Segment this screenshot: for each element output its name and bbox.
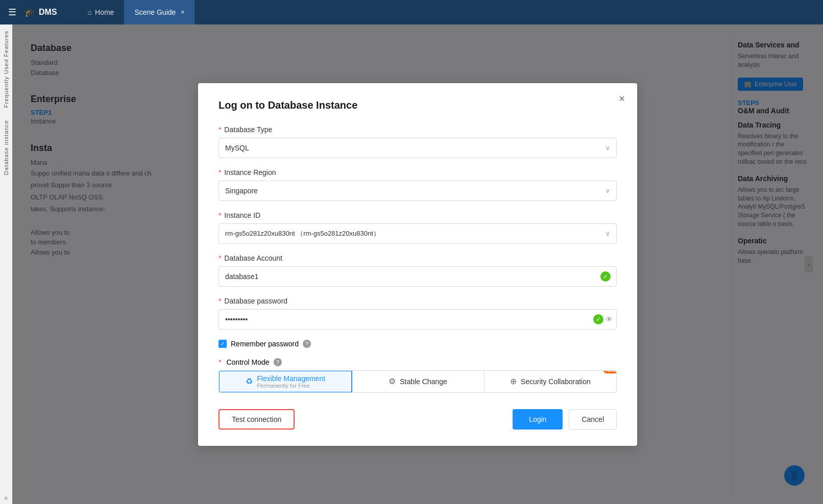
tab-scene-guide[interactable]: Scene Guide × — [124, 0, 195, 24]
flexible-sublabel: Permanently for Free — [257, 383, 309, 389]
test-connection-button[interactable]: Test connection — [219, 409, 295, 430]
cancel-button[interactable]: Cancel — [569, 409, 617, 430]
modal-footer: Test connection Login Cancel — [219, 409, 617, 430]
database-password-label: * Database password — [219, 297, 617, 305]
control-option-security[interactable]: ⊕ Security Collaboration New — [485, 371, 616, 392]
required-star-4: * — [219, 254, 221, 262]
chevron-down-icon-3: ∨ — [606, 230, 610, 237]
database-account-group: * Database Account ✓ — [219, 254, 617, 287]
stable-icon: ⚙ — [389, 376, 396, 386]
remember-password-row: ✓ Remember password ? — [219, 340, 617, 348]
top-navigation: ☰ 🎓 DMS ⌂ Home Scene Guide × — [0, 0, 823, 24]
account-success-icon: ✓ — [600, 271, 611, 282]
menu-icon[interactable]: ☰ — [8, 7, 16, 18]
instance-region-label: * Instance Region — [219, 168, 617, 177]
control-option-stable[interactable]: ⚙ Stable Change — [352, 371, 484, 392]
instance-id-group: * Instance ID rm-gs5o281z20xu830nt （rm-g… — [219, 211, 617, 244]
instance-region-group: * Instance Region Singapore ∨ — [219, 168, 617, 201]
modal-title: Log on to Database Instance — [219, 99, 617, 111]
required-star-1: * — [219, 125, 221, 134]
database-account-input[interactable] — [219, 266, 617, 287]
database-password-input[interactable] — [219, 309, 617, 330]
flexible-icon: ♻ — [246, 376, 253, 386]
sidebar-text-1: Frequently Used Features — [3, 24, 9, 114]
tab-home[interactable]: ⌂ Home — [78, 0, 125, 24]
modal-overlay: Log on to Database Instance × * Database… — [12, 24, 823, 504]
sidebar-text-2: Database instance — [3, 114, 9, 181]
database-type-label: * Database Type — [219, 125, 617, 134]
page-content: Database Standard Database Enterprise ST… — [12, 24, 823, 504]
database-account-label: * Database Account — [219, 254, 617, 262]
main-area: Frequently Used Features Database instan… — [0, 24, 823, 504]
tab-close-icon[interactable]: × — [181, 9, 184, 16]
sidebar-expand-icon[interactable]: ≡ — [0, 492, 12, 504]
instance-region-select[interactable]: Singapore ∨ — [219, 181, 617, 201]
instance-id-label: * Instance ID — [219, 211, 617, 219]
remember-help-icon[interactable]: ? — [303, 340, 311, 348]
nav-tabs: ⌂ Home Scene Guide × — [78, 0, 195, 24]
control-mode-label-row: * Control Mode ? — [219, 358, 617, 366]
security-label: Security Collaboration — [521, 377, 591, 386]
required-star-2: * — [219, 168, 221, 177]
logo-icon: 🎓 — [25, 8, 35, 17]
database-type-group: * Database Type MySQL ∨ — [219, 125, 617, 158]
control-mode-group: * Control Mode ? ♻ Flexible Management P… — [219, 358, 617, 393]
logo-text: DMS — [39, 8, 57, 17]
instance-id-select[interactable]: rm-gs5o281z20xu830nt （rm-gs5o281z20xu830… — [219, 223, 617, 244]
stable-label: Stable Change — [400, 377, 447, 386]
database-type-select[interactable]: MySQL ∨ — [219, 138, 617, 158]
remember-password-label: Remember password — [231, 340, 299, 348]
control-option-flexible[interactable]: ♻ Flexible Management Permanently for Fr… — [219, 370, 352, 393]
security-icon: ⊕ — [510, 376, 517, 386]
chevron-down-icon-2: ∨ — [606, 187, 610, 194]
flexible-label: Flexible Management — [257, 374, 325, 383]
left-sidebar: Frequently Used Features Database instan… — [0, 24, 12, 504]
new-badge: New — [603, 370, 617, 373]
control-mode-label: Control Mode — [226, 358, 269, 366]
required-star-6: * — [219, 358, 221, 366]
database-password-group: * Database password ✓ 👁 — [219, 297, 617, 330]
required-star-3: * — [219, 211, 221, 219]
login-button[interactable]: Login — [513, 409, 563, 430]
home-icon: ⌂ — [88, 8, 92, 16]
database-account-wrapper: ✓ — [219, 266, 617, 287]
modal-close-button[interactable]: × — [619, 93, 625, 104]
logon-modal: Log on to Database Instance × * Database… — [198, 83, 637, 446]
control-mode-options: ♻ Flexible Management Permanently for Fr… — [219, 370, 617, 393]
password-success-icon: ✓ — [593, 314, 603, 324]
control-mode-help-icon[interactable]: ? — [274, 358, 282, 366]
app-logo: 🎓 DMS — [25, 8, 57, 17]
required-star-5: * — [219, 297, 221, 305]
password-icons-group: ✓ 👁 — [593, 314, 613, 324]
eye-slash-icon[interactable]: 👁 — [606, 315, 613, 323]
database-password-wrapper: ✓ 👁 — [219, 309, 617, 330]
remember-password-checkbox[interactable]: ✓ — [219, 340, 227, 348]
footer-button-group: Login Cancel — [513, 409, 617, 430]
chevron-down-icon-1: ∨ — [606, 144, 610, 152]
